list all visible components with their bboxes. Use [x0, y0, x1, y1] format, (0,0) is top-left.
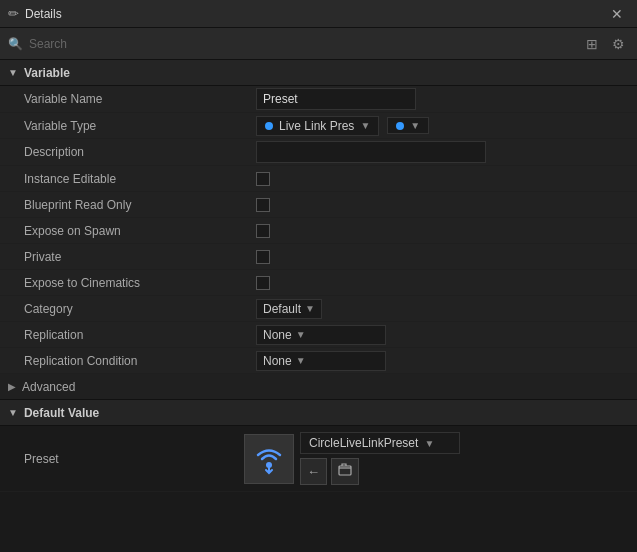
replication-condition-arrow-icon: ▼ [296, 355, 306, 366]
replication-value: None ▼ [250, 323, 637, 347]
expose-cinematics-label: Expose to Cinematics [0, 272, 250, 294]
description-input[interactable] [256, 141, 486, 163]
search-icon: 🔍 [8, 37, 23, 51]
preset-browse-button[interactable] [331, 458, 359, 485]
description-value [250, 139, 637, 165]
variable-section-header[interactable]: ▼ Variable [0, 60, 637, 86]
expose-spawn-row: Expose on Spawn [0, 218, 637, 244]
variable-type-secondary[interactable]: ▼ [387, 117, 429, 134]
preset-icon-button[interactable] [244, 434, 294, 484]
type-dot-secondary [396, 122, 404, 130]
type-dropdown-arrow-icon: ▼ [360, 120, 370, 131]
search-bar: 🔍 ⊞ ⚙ [0, 28, 637, 60]
instance-editable-checkbox[interactable] [256, 172, 270, 186]
expose-cinematics-row: Expose to Cinematics [0, 270, 637, 296]
private-row: Private [0, 244, 637, 270]
private-checkbox[interactable] [256, 250, 270, 264]
category-value-text: Default [263, 302, 301, 316]
expose-spawn-value [250, 222, 637, 240]
expose-cinematics-checkbox[interactable] [256, 276, 270, 290]
default-value-section-title: Default Value [24, 406, 99, 420]
category-value: Default ▼ [250, 297, 637, 321]
replication-value-text: None [263, 328, 292, 342]
type-dot [265, 122, 273, 130]
blueprint-readonly-checkbox[interactable] [256, 198, 270, 212]
replication-condition-row: Replication Condition None ▼ [0, 348, 637, 374]
browse-icon [338, 463, 352, 477]
instance-editable-value [250, 170, 637, 188]
variable-name-row: Variable Name [0, 86, 637, 113]
category-dropdown-arrow-icon: ▼ [305, 303, 315, 314]
variable-type-dropdown[interactable]: Live Link Pres ▼ [256, 116, 379, 136]
instance-editable-row: Instance Editable [0, 166, 637, 192]
replication-dropdown-arrow-icon: ▼ [296, 329, 306, 340]
replication-condition-label: Replication Condition [0, 350, 250, 372]
settings-button[interactable]: ⚙ [608, 34, 629, 54]
preset-label: Preset [24, 452, 244, 466]
preset-value-text: CircleLiveLinkPreset [309, 436, 418, 450]
preset-dropdown-arrow-icon: ▼ [424, 438, 434, 449]
blueprint-readonly-row: Blueprint Read Only [0, 192, 637, 218]
pencil-icon: ✏ [8, 6, 19, 21]
title-bar: ✏ Details ✕ [0, 0, 637, 28]
category-row: Category Default ▼ [0, 296, 637, 322]
blueprint-readonly-label: Blueprint Read Only [0, 194, 250, 216]
svg-rect-2 [339, 466, 351, 475]
search-input[interactable] [29, 37, 574, 51]
private-label: Private [0, 246, 250, 268]
live-link-icon [253, 443, 285, 475]
replication-condition-value-text: None [263, 354, 292, 368]
default-value-collapse-arrow-icon: ▼ [8, 407, 18, 418]
private-value [250, 248, 637, 266]
default-value-section-header[interactable]: ▼ Default Value [0, 400, 637, 426]
variable-type-value: Live Link Pres ▼ ▼ [250, 114, 637, 138]
variable-type-label: Variable Type [0, 115, 250, 137]
variable-name-input[interactable] [256, 88, 416, 110]
variable-type-row: Variable Type Live Link Pres ▼ ▼ [0, 113, 637, 139]
expose-spawn-label: Expose on Spawn [0, 220, 250, 242]
replication-condition-dropdown[interactable]: None ▼ [256, 351, 386, 371]
close-button[interactable]: ✕ [605, 4, 629, 24]
blueprint-readonly-value [250, 196, 637, 214]
description-label: Description [0, 141, 250, 163]
preset-value-dropdown[interactable]: CircleLiveLinkPreset ▼ [300, 432, 460, 454]
replication-row: Replication None ▼ [0, 322, 637, 348]
advanced-row[interactable]: ▶ Advanced [0, 374, 637, 400]
category-label: Category [0, 298, 250, 320]
columns-button[interactable]: ⊞ [582, 34, 602, 54]
replication-label: Replication [0, 324, 250, 346]
expose-cinematics-value [250, 274, 637, 292]
window-title: Details [25, 7, 605, 21]
type-secondary-arrow-icon: ▼ [410, 120, 420, 131]
preset-back-button[interactable]: ← [300, 458, 327, 485]
collapse-arrow-icon: ▼ [8, 67, 18, 78]
variable-section-title: Variable [24, 66, 70, 80]
expose-spawn-checkbox[interactable] [256, 224, 270, 238]
advanced-arrow-icon: ▶ [8, 381, 16, 392]
variable-name-label: Variable Name [0, 88, 250, 110]
category-dropdown[interactable]: Default ▼ [256, 299, 322, 319]
preset-row: Preset CircleLiveLinkPreset ▼ ← [0, 426, 637, 492]
replication-dropdown[interactable]: None ▼ [256, 325, 386, 345]
advanced-label: Advanced [22, 380, 75, 394]
variable-name-value [250, 86, 637, 112]
preset-controls: CircleLiveLinkPreset ▼ ← [244, 432, 460, 485]
variable-type-name: Live Link Pres [279, 119, 354, 133]
replication-condition-value: None ▼ [250, 349, 637, 373]
description-row: Description [0, 139, 637, 166]
instance-editable-label: Instance Editable [0, 168, 250, 190]
